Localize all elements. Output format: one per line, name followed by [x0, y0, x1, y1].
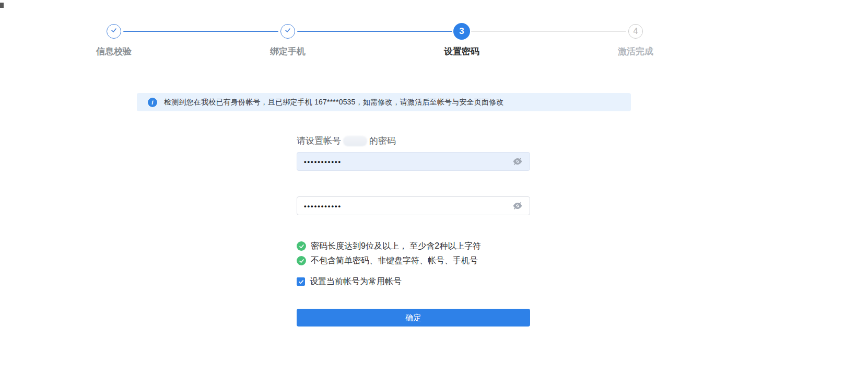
stepper-connector-1 — [123, 31, 278, 32]
password-field-wrapper — [297, 152, 530, 171]
confirm-button[interactable]: 确定 — [297, 309, 530, 327]
confirm-password-field-wrapper — [297, 196, 530, 215]
activation-page: 信息校验 绑定手机 3 设置密码 4 激活完成 i 检测到您在我校已有身份帐号，… — [0, 0, 868, 373]
step-circle-activation-done: 4 — [628, 24, 643, 39]
step-label-activation-done: 激活完成 — [589, 45, 683, 57]
confirm-password-input[interactable] — [297, 197, 530, 215]
password-input[interactable] — [297, 153, 530, 170]
check-icon — [110, 27, 118, 36]
info-banner: i 检测到您在我校已有身份帐号，且已绑定手机 167****0535，如需修改，… — [137, 93, 631, 111]
stepper-connector-2 — [297, 31, 452, 32]
default-account-checkbox[interactable] — [297, 277, 305, 286]
info-banner-text: 检测到您在我校已有身份帐号，且已绑定手机 167****0535，如需修改，请激… — [164, 98, 504, 107]
page-artifact — [0, 3, 4, 8]
password-rule-content: 不包含简单密码、非键盘字符、帐号、手机号 — [297, 255, 478, 266]
default-account-checkbox-label: 设置当前帐号为常用帐号 — [310, 276, 402, 287]
form-title: 请设置帐号 的密码 — [297, 135, 396, 147]
step-circle-set-password: 3 — [453, 23, 470, 40]
eye-slash-icon — [512, 201, 523, 211]
step-label-verify-info: 信息校验 — [67, 45, 161, 57]
toggle-confirm-visibility-button[interactable] — [512, 200, 523, 212]
toggle-password-visibility-button[interactable] — [512, 156, 523, 167]
step-label-set-password: 设置密码 — [415, 45, 509, 57]
green-check-icon — [297, 241, 306, 251]
password-rule-length: 密码长度达到9位及以上， 至少含2种以上字符 — [297, 241, 481, 251]
step-label-bind-phone: 绑定手机 — [241, 45, 335, 57]
rule-text: 不包含简单密码、非键盘字符、帐号、手机号 — [311, 255, 478, 266]
green-check-icon — [297, 256, 306, 265]
step-number: 3 — [459, 26, 464, 37]
step-circle-bind-phone — [280, 24, 295, 39]
check-icon — [298, 279, 304, 285]
account-name-redacted — [343, 136, 367, 146]
form-title-suffix: 的密码 — [369, 135, 396, 147]
check-icon — [284, 27, 291, 36]
info-icon: i — [148, 98, 157, 107]
step-number: 4 — [634, 27, 638, 36]
default-account-checkbox-row[interactable]: 设置当前帐号为常用帐号 — [297, 276, 402, 287]
stepper-connector-3 — [471, 31, 626, 32]
eye-slash-icon — [512, 156, 523, 167]
rule-text: 密码长度达到9位及以上， 至少含2种以上字符 — [311, 241, 481, 252]
step-circle-verify-info — [107, 24, 121, 39]
form-title-prefix: 请设置帐号 — [297, 135, 341, 147]
